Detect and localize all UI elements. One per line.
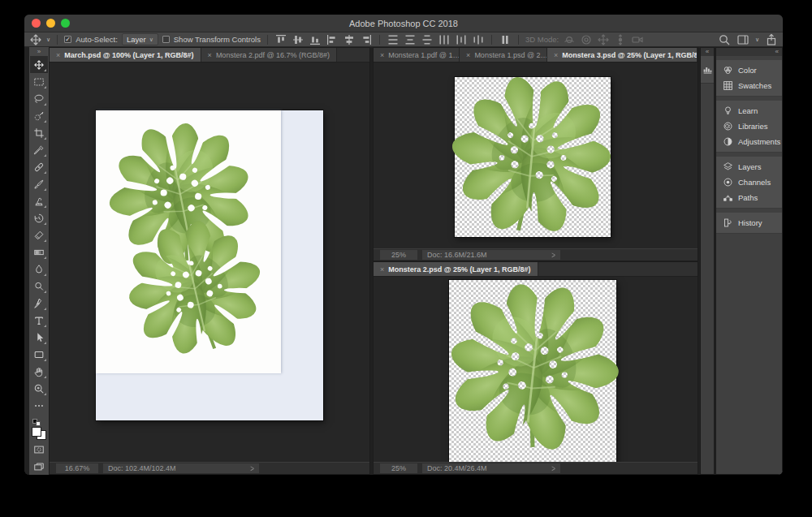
panel-tab-swatches[interactable]: Swatches (716, 78, 782, 93)
share-icon[interactable] (765, 34, 778, 45)
search-icon[interactable] (718, 34, 731, 45)
foreground-color-swatch[interactable] (32, 427, 41, 437)
3d-slide-icon (614, 34, 627, 45)
distribute-right-edges-button[interactable] (472, 34, 485, 45)
zoom-level-field[interactable]: 25% (380, 463, 417, 473)
distribute-top-edges-button[interactable] (387, 34, 400, 45)
document-tab[interactable]: × Monstera 1.psd @ 2… (460, 48, 547, 62)
align-horizontal-centers-button[interactable] (343, 34, 356, 45)
channels-icon (723, 177, 733, 187)
foreground-background-color-swatches[interactable] (31, 426, 47, 441)
3d-pan-icon (597, 34, 610, 45)
align-right-edges-button[interactable] (360, 34, 373, 45)
quick-selection-tool[interactable] (30, 107, 48, 124)
dodge-tool[interactable] (30, 278, 48, 295)
histogram-panel-button[interactable] (701, 56, 714, 84)
quick-mask-mode-button[interactable] (30, 441, 48, 458)
document-info[interactable]: Doc: 102.4M/102.4M > (103, 463, 259, 473)
panel-group-layers: Layers Channels Paths (716, 156, 782, 209)
distribute-horizontal-centers-button[interactable] (455, 34, 468, 45)
panel-tab-history[interactable]: History (716, 215, 782, 230)
panel-tab-paths[interactable]: Paths (716, 190, 782, 205)
type-tool[interactable] (30, 312, 48, 329)
close-icon[interactable]: × (380, 265, 384, 274)
panel-group-history: History (716, 212, 782, 234)
document-canvas[interactable] (449, 280, 616, 462)
path-selection-tool[interactable] (30, 329, 48, 346)
expand-tools-icon[interactable]: » (37, 47, 41, 56)
distribute-spacing-button[interactable] (499, 34, 512, 45)
workspace-switcher-icon[interactable] (736, 34, 749, 45)
document-tab[interactable]: × Monstera 2.psd @ 25% (Layer 1, RGB/8#) (374, 262, 538, 276)
status-menu-arrow-icon[interactable]: > (551, 250, 555, 260)
auto-select-label: Auto-Select: (76, 35, 118, 44)
rectangular-marquee-tool[interactable] (30, 73, 48, 90)
align-top-edges-button[interactable] (274, 34, 287, 45)
workspace-chevron-icon[interactable]: ∨ (755, 37, 759, 43)
hand-tool[interactable] (30, 363, 48, 380)
rectangle-shape-tool[interactable] (30, 346, 48, 363)
auto-select-target-dropdown[interactable]: Layer ∨ (122, 33, 158, 45)
collapse-icon[interactable]: « (716, 48, 782, 56)
close-icon[interactable]: × (466, 51, 470, 59)
zoom-tool[interactable] (30, 380, 48, 397)
canvas-pasteboard[interactable] (50, 62, 369, 462)
document-canvas[interactable] (96, 110, 323, 420)
close-icon[interactable]: × (380, 51, 384, 59)
screen-mode-button[interactable] (30, 458, 48, 475)
panel-tab-color[interactable]: Color (716, 62, 782, 78)
document-window-monstera2: × Monstera 2.psd @ 25% (Layer 1, RGB/8#)… (373, 261, 698, 475)
tools-panel: » (29, 47, 49, 475)
zoom-level-field[interactable]: 16.67% (56, 463, 98, 473)
history-icon (723, 218, 733, 228)
distribute-left-edges-button[interactable] (438, 34, 451, 45)
collapsed-panels-strip: « (700, 47, 715, 475)
show-transform-controls-checkbox[interactable]: ✓ (162, 36, 170, 43)
align-left-edges-button[interactable] (326, 34, 339, 45)
panel-tab-learn[interactable]: Learn (716, 103, 782, 118)
canvas-pasteboard[interactable] (374, 62, 698, 248)
panel-tab-libraries[interactable]: Libraries (716, 118, 782, 134)
collapse-icon[interactable]: « (701, 48, 714, 56)
document-tab[interactable]: × Monstera 1.pdf @ 1… (374, 48, 460, 62)
eyedropper-tool[interactable] (30, 141, 48, 158)
move-tool[interactable] (30, 56, 48, 73)
edit-toolbar-button[interactable] (30, 397, 48, 414)
smudge-tool[interactable] (30, 261, 48, 278)
close-icon[interactable]: × (554, 51, 558, 59)
document-canvas[interactable] (455, 77, 611, 237)
pen-tool[interactable] (30, 295, 48, 312)
panel-tab-layers[interactable]: Layers (716, 159, 782, 174)
document-info[interactable]: Doc: 16.6M/21.6M > (422, 250, 560, 260)
clone-stamp-tool[interactable] (30, 192, 48, 209)
panel-tab-channels[interactable]: Channels (716, 174, 782, 190)
gradient-tool[interactable] (30, 243, 48, 261)
auto-select-checkbox[interactable]: ✓ (64, 36, 71, 43)
distribute-vertical-centers-button[interactable] (404, 34, 417, 45)
crop-tool[interactable] (30, 124, 48, 141)
align-vertical-centers-button[interactable] (292, 34, 304, 45)
document-tab[interactable]: × Monstera 3.psd @ 25% (Layer 1, RGB/8#) (547, 48, 698, 62)
zoom-level-field[interactable]: 25% (380, 250, 417, 260)
document-tab[interactable]: × March.psd @ 100% (Layer 1, RGB/8#) (50, 48, 201, 62)
history-brush-tool[interactable] (30, 209, 48, 226)
tool-preset-chevron-icon[interactable]: ∨ (46, 37, 50, 43)
panel-group-color: Color Swatches (716, 59, 782, 97)
brush-tool[interactable] (30, 175, 48, 192)
align-bottom-edges-button[interactable] (309, 34, 322, 45)
document-tab[interactable]: × Monstera 2.pdf @ 16.7% (RGB/8#) (201, 48, 337, 62)
lasso-tool[interactable] (30, 90, 48, 107)
move-tool-preset-icon[interactable] (29, 34, 42, 45)
panel-tab-adjustments[interactable]: Adjustments (716, 134, 782, 149)
default-swap-colors-icon[interactable] (31, 417, 47, 424)
close-icon[interactable]: × (208, 51, 212, 59)
distribute-bottom-edges-button[interactable] (421, 34, 434, 45)
close-icon[interactable]: × (56, 51, 60, 59)
status-menu-arrow-icon[interactable]: > (250, 463, 254, 473)
eraser-tool[interactable] (30, 226, 48, 243)
monstera-leaf-artwork (439, 277, 626, 461)
document-info[interactable]: Doc: 20.4M/26.4M > (422, 463, 560, 473)
status-menu-arrow-icon[interactable]: > (551, 463, 555, 473)
canvas-pasteboard[interactable] (374, 277, 698, 462)
spot-healing-brush-tool[interactable] (30, 158, 48, 175)
